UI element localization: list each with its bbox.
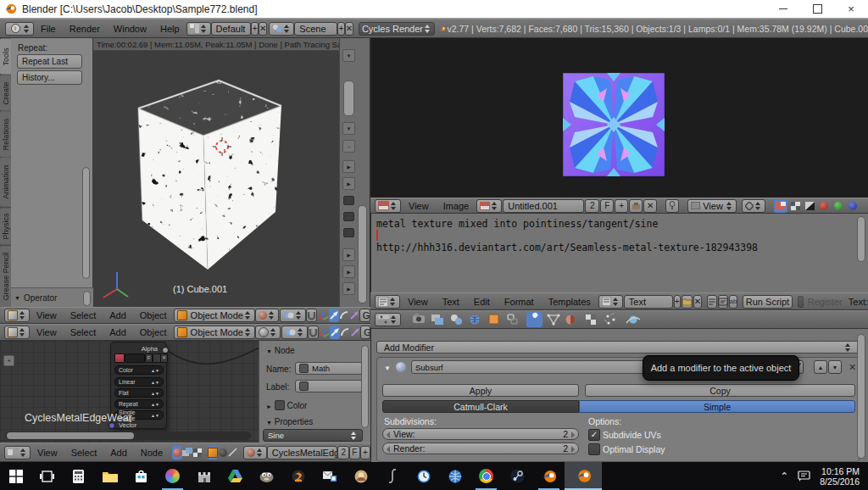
draw-z-button[interactable] (803, 199, 816, 213)
file-explorer-button[interactable] (94, 462, 125, 490)
image-name-field[interactable]: Untitled.001 (503, 199, 584, 213)
manipulator-axis-button[interactable] (319, 326, 330, 339)
scene-name[interactable]: Scene (294, 22, 337, 36)
run-script-button[interactable]: Run Script (743, 295, 793, 309)
editor-type-text-button[interactable] (375, 295, 400, 309)
text-open-button[interactable] (682, 295, 693, 309)
delete-modifier-button[interactable]: ✕ (849, 362, 856, 373)
expand-toolshelf-plus-button[interactable]: + (3, 355, 14, 366)
properties-panel-header[interactable]: ▼ Properties (266, 417, 313, 426)
tab-relations[interactable]: Relations (0, 111, 11, 157)
menu-select[interactable]: Select (64, 310, 103, 320)
node-label-field[interactable] (295, 380, 363, 393)
menu-select[interactable]: Select (64, 327, 103, 337)
calculator-button[interactable] (63, 462, 94, 490)
screen-layout-selector-icon-button[interactable] (186, 22, 211, 36)
particles-context-icon[interactable] (604, 313, 615, 325)
render-context-icon[interactable] (413, 314, 425, 323)
node-projection-select[interactable]: Flat▲▼ (114, 388, 164, 398)
s-curve-app-button[interactable] (376, 462, 408, 490)
mail-app-button[interactable] (314, 462, 345, 490)
image-users-button[interactable]: 2 (585, 199, 599, 213)
snap-toggle-button[interactable] (306, 309, 317, 322)
fake-user-button[interactable]: F (349, 446, 359, 459)
pin-button[interactable] (665, 199, 679, 213)
text-new-button[interactable]: + (674, 295, 681, 309)
panel-expand-icon[interactable]: ▶ (342, 248, 355, 261)
node-tree-datablock-icon-button[interactable] (243, 446, 267, 459)
world-context-icon[interactable] (470, 315, 481, 325)
maximize-button[interactable] (800, 0, 834, 18)
fortress-game-button[interactable] (188, 462, 220, 490)
menu-text[interactable]: Text (436, 297, 466, 307)
menu-view[interactable]: View (31, 448, 64, 458)
editor-type-node-button[interactable] (4, 446, 31, 459)
menu-add[interactable]: Add (103, 310, 133, 320)
image-pack-button[interactable] (629, 199, 643, 213)
layout-delete-button[interactable]: ✕ (259, 22, 267, 36)
draw-r-channel-button[interactable] (817, 199, 831, 213)
scale-manipulator-button[interactable] (350, 326, 360, 339)
tray-expand-chevron[interactable]: ⌃ (780, 471, 788, 482)
text-unlink-button[interactable]: ✕ (693, 295, 702, 309)
image-unlink-button[interactable]: ✕ (160, 354, 168, 363)
text-scrollbar[interactable] (857, 216, 865, 262)
data-context-icon[interactable] (548, 315, 560, 326)
menu-render[interactable]: Render (63, 24, 107, 34)
pivot-point-select[interactable] (280, 309, 306, 322)
translate-manipulator-button[interactable] (329, 309, 339, 322)
menu-node[interactable]: Node (134, 448, 170, 458)
uv-image-editor[interactable] (370, 38, 868, 198)
panel-expand-icon[interactable]: ▶ (342, 177, 355, 190)
tab-animation[interactable]: Animation (0, 158, 11, 207)
modifier-name-field[interactable]: Subsurf (411, 360, 674, 374)
properties-scrollbar[interactable] (857, 334, 865, 459)
clock-app-button[interactable] (408, 462, 439, 490)
minimize-button[interactable] (766, 0, 800, 18)
history-button[interactable]: History... (17, 70, 82, 85)
panel-minus-icon[interactable]: – (342, 140, 355, 153)
text-editor[interactable]: metal texture mixed into pointiness/tang… (370, 214, 868, 292)
subdivide-uvs-checkbox[interactable]: ✓ (588, 429, 600, 441)
swatch[interactable] (343, 228, 354, 237)
game-character-button[interactable] (345, 462, 376, 490)
menu-templates[interactable]: Templates (542, 297, 598, 307)
move-modifier-down-button[interactable]: ▼ (828, 360, 842, 374)
scene-context-icon[interactable] (451, 315, 462, 325)
transform-orientation-select[interactable]: Global (360, 326, 370, 339)
hscroll-track[interactable] (5, 432, 251, 440)
line-numbers-toggle[interactable] (707, 295, 717, 309)
menu-view[interactable]: View (402, 201, 436, 211)
rotate-manipulator-button[interactable] (339, 309, 349, 322)
tab-create[interactable]: Create (0, 75, 11, 111)
view-subdivisions-slider[interactable]: View:2 (382, 428, 579, 440)
menu-file[interactable]: File (34, 24, 63, 34)
operator-scrollbar[interactable] (83, 291, 91, 306)
text-name-field[interactable]: Text (624, 295, 673, 309)
panel-collapse-icon[interactable]: ▼ (342, 49, 355, 62)
editor-type-3dview-button[interactable] (4, 309, 30, 322)
mode-select[interactable]: Object Mode (174, 326, 255, 339)
menu-image[interactable]: Image (437, 201, 476, 211)
register-checkbox[interactable] (798, 296, 804, 308)
tab-tools[interactable]: Tools (0, 39, 11, 75)
menu-select[interactable]: Select (64, 448, 104, 458)
scale-manipulator-button[interactable] (349, 309, 359, 322)
image-datablock-icon[interactable] (114, 354, 125, 363)
viewport-shading-select[interactable] (255, 309, 279, 322)
manipulator-axis-button[interactable] (318, 309, 329, 322)
material-context-icon[interactable] (566, 315, 576, 325)
editor-type-properties-button[interactable] (375, 313, 401, 326)
node-name-field[interactable]: Math (295, 362, 363, 375)
physics-context-icon[interactable] (626, 316, 640, 324)
steam-button[interactable] (502, 462, 533, 490)
constraints-context-icon[interactable] (508, 315, 517, 324)
draw-b-channel-button[interactable] (846, 199, 860, 213)
region-scrollbar[interactable] (358, 205, 367, 303)
menu-view[interactable]: View (30, 310, 64, 320)
new-node-tree-button[interactable]: + (360, 446, 370, 459)
color-panel-header[interactable]: ► Color (266, 400, 307, 410)
syntax-highlight-toggle[interactable]: ab (729, 295, 738, 309)
panel-collapse-icon[interactable]: ▼ (342, 122, 355, 135)
editor-type-image-button[interactable] (375, 199, 401, 213)
